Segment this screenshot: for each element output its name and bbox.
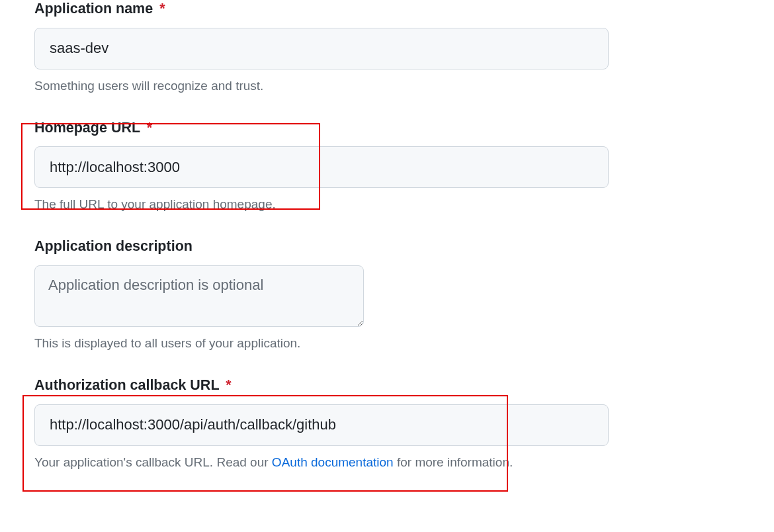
required-asterisk: * [144, 120, 152, 136]
label-text: Application description [34, 238, 193, 254]
field-application-description: Application description This is displaye… [34, 238, 774, 353]
required-asterisk: * [223, 377, 231, 393]
help-callback-prefix: Your application's callback URL. Read ou… [34, 455, 272, 469]
help-homepage-url: The full URL to your application homepag… [34, 196, 774, 214]
help-callback-url: Your application's callback URL. Read ou… [34, 454, 774, 472]
input-application-name[interactable] [34, 28, 609, 69]
label-application-name: Application name * [34, 0, 774, 19]
field-callback-url: Authorization callback URL * Your applic… [34, 377, 774, 472]
help-callback-suffix: for more information. [394, 455, 513, 469]
input-callback-url[interactable] [34, 404, 609, 446]
input-homepage-url[interactable] [34, 146, 609, 188]
field-homepage-url: Homepage URL * The full URL to your appl… [34, 119, 774, 214]
textarea-application-description[interactable] [34, 265, 364, 327]
help-application-name: Something users will recognize and trust… [34, 77, 774, 95]
required-asterisk: * [157, 1, 165, 17]
label-text: Homepage URL [34, 120, 140, 136]
link-oauth-documentation[interactable]: OAuth documentation [272, 455, 394, 469]
label-text: Application name [34, 1, 153, 17]
label-application-description: Application description [34, 238, 774, 256]
label-callback-url: Authorization callback URL * [34, 377, 774, 395]
label-homepage-url: Homepage URL * [34, 119, 774, 138]
label-text: Authorization callback URL [34, 377, 219, 393]
help-application-description: This is displayed to all users of your a… [34, 335, 774, 353]
field-application-name: Application name * Something users will … [34, 0, 774, 95]
oauth-app-form: Application name * Something users will … [0, 0, 774, 471]
